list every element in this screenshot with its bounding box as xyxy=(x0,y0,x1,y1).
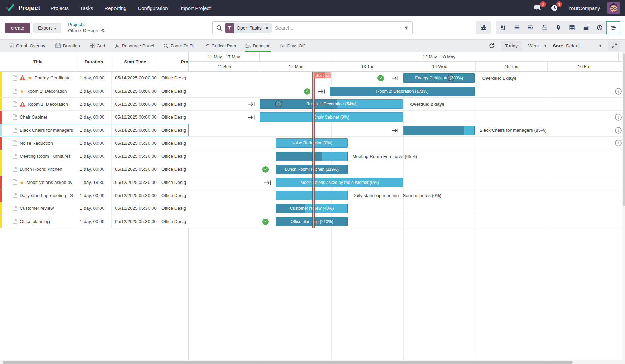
nav-menu-item-tasks[interactable]: Tasks xyxy=(80,5,93,11)
gantt-toolbar-deadline[interactable]: Deadline xyxy=(245,40,270,52)
gantt-bar[interactable]: Modifications asked by the customer (0%) xyxy=(276,178,403,187)
task-title-cell[interactable]: Office planning xyxy=(2,215,76,228)
gantt-toolbar-graph-overlay[interactable]: Graph Overlay xyxy=(9,40,45,52)
today-marker-line xyxy=(312,72,315,228)
view-button-map[interactable] xyxy=(551,21,565,34)
bar-scroll-down-icon[interactable]: ↓ xyxy=(275,100,282,107)
search-input[interactable] xyxy=(272,25,401,31)
task-row-left[interactable]: ★Room 2: Decoration2 day, 00:0005/13/202… xyxy=(0,85,189,98)
calendar-icon xyxy=(55,43,61,49)
task-title-cell[interactable]: ★Modifications asked by xyxy=(2,176,76,189)
scale-select[interactable]: Week▼ xyxy=(528,43,547,48)
star-icon[interactable]: ★ xyxy=(20,89,24,94)
activities-clock-icon[interactable]: 9 xyxy=(550,4,559,12)
task-gantt-cell: Room 2: Decoration (171%)✓↓ xyxy=(189,85,625,98)
task-start-cell: 05/14/2025 00:00:00 xyxy=(112,72,159,85)
view-button-graph[interactable] xyxy=(579,21,593,34)
breadcrumb-parent-link[interactable]: Projects xyxy=(68,22,105,28)
view-button-calendar[interactable] xyxy=(537,21,551,34)
document-icon xyxy=(13,101,17,107)
task-title-cell[interactable]: Chair Cabinet xyxy=(2,111,76,124)
task-row-left[interactable]: Daily stand-up meeting - S1 day, 00:0005… xyxy=(0,189,189,202)
gantt-bar[interactable] xyxy=(403,126,475,135)
sort-value[interactable]: Default xyxy=(566,43,581,48)
nav-menu-item-reporting[interactable]: Reporting xyxy=(104,5,126,11)
column-header-start-time[interactable]: Start Time xyxy=(111,52,159,71)
user-avatar[interactable] xyxy=(607,2,620,14)
task-gantt-cell: Customer review (40%) xyxy=(189,202,625,215)
task-title-cell[interactable]: Noise Reduction xyxy=(2,137,76,150)
today-button[interactable]: Today xyxy=(501,41,522,51)
task-title-cell[interactable]: Black Chairs for managers xyxy=(2,124,76,137)
view-button-gantt[interactable] xyxy=(606,21,620,34)
view-button-kanban[interactable] xyxy=(496,21,510,34)
filter-remove-icon[interactable]: ✕ xyxy=(265,26,272,30)
vertical-scrollbar-thumb[interactable] xyxy=(623,53,625,206)
nav-menu-item-configuration[interactable]: Configuration xyxy=(138,5,168,11)
edge-scroll-down-icon[interactable]: ↓ xyxy=(615,114,622,121)
bar-scroll-down-icon[interactable]: ↓ xyxy=(447,74,454,81)
task-start-cell: 05/12/2025 00:00:00 xyxy=(112,111,159,124)
toolbar-label: Days Off xyxy=(287,43,305,48)
task-row-left[interactable]: Customer review1 day, 00:0005/12/2025 05… xyxy=(0,202,189,215)
gantt-toolbar-duration[interactable]: Duration xyxy=(55,40,80,52)
sliders-icon-button[interactable] xyxy=(476,21,491,34)
create-button[interactable]: create xyxy=(5,23,30,33)
nav-menu-item-import-project[interactable]: Import Project xyxy=(179,5,211,11)
nav-menu-item-projects[interactable]: Projects xyxy=(51,5,69,11)
messages-icon[interactable]: 7 xyxy=(534,4,542,12)
gantt-bar[interactable]: Chair Cabinet (0%) xyxy=(260,112,403,122)
gantt-toolbar-days-off[interactable]: Days Off xyxy=(280,40,305,52)
document-icon xyxy=(13,154,17,159)
task-title-cell[interactable]: Lunch Room: kitchen xyxy=(2,163,76,176)
search-dropdown-caret[interactable]: ▼ xyxy=(401,22,412,34)
view-button-pivot[interactable] xyxy=(565,21,579,34)
company-name[interactable]: YourCompany xyxy=(568,5,600,11)
edge-scroll-down-icon[interactable]: ↓ xyxy=(615,88,622,95)
document-icon xyxy=(13,128,17,133)
export-button[interactable]: Export▼ xyxy=(33,23,61,33)
task-row-left[interactable]: Black Chairs for managers1 day, 00:0005/… xyxy=(0,124,189,137)
column-header-pro[interactable]: Pro xyxy=(159,52,188,71)
column-header-title[interactable]: Title xyxy=(0,52,76,71)
task-title-cell[interactable]: Room 1: Decoration xyxy=(2,98,76,110)
task-row-left[interactable]: Chair Cabinet2 day, 00:0005/12/2025 00:0… xyxy=(0,111,189,124)
gantt-toolbar-critical-path[interactable]: Critical Path xyxy=(204,40,236,52)
view-button-activity[interactable] xyxy=(593,21,606,34)
refresh-icon[interactable] xyxy=(489,43,495,49)
task-title-cell[interactable]: Meeting Room Furnitures xyxy=(2,150,76,163)
edge-scroll-down-icon[interactable]: ↓ xyxy=(615,140,622,146)
task-title-cell[interactable]: ★Room 2: Decoration xyxy=(2,85,76,98)
edge-scroll-down-icon[interactable]: ↓ xyxy=(615,127,622,134)
task-title: Energy Certificate xyxy=(34,75,70,80)
view-button-timeline[interactable] xyxy=(524,21,537,34)
star-icon[interactable]: ★ xyxy=(20,180,24,185)
task-row-left[interactable]: Room 1: Decoration2 day, 00:0005/12/2025… xyxy=(0,98,189,110)
task-row-left[interactable]: ★Energy Certificate1 day, 00:0005/14/202… xyxy=(0,72,189,85)
task-title-cell[interactable]: Daily stand-up meeting - S xyxy=(2,189,76,202)
sort-caret-icon[interactable]: ▼ xyxy=(599,44,602,48)
gantt-toolbar-resource-panel[interactable]: Resource Panel xyxy=(114,40,154,52)
view-button-list[interactable] xyxy=(510,21,524,34)
task-duration-cell: 2 day, 00:00 xyxy=(76,85,112,98)
task-row-left[interactable]: Meeting Room Furnitures1 day, 00:0005/12… xyxy=(0,150,189,163)
horizontal-scrollbar[interactable] xyxy=(0,360,625,364)
gantt-toolbar-grid[interactable]: Grid xyxy=(90,40,105,52)
task-title-cell[interactable]: Customer review xyxy=(2,202,76,215)
task-row-left[interactable]: Office planning1 day, 00:0005/12/2025 05… xyxy=(0,215,189,228)
gantt-toolbar-zoom-to-fit[interactable]: Zoom To Fit xyxy=(163,40,194,52)
task-row-left[interactable]: Lunch Room: kitchen1 day, 00:0005/12/202… xyxy=(0,163,189,176)
filter-chip-open-tasks[interactable]: Open Tasks ✕ xyxy=(225,23,272,33)
main-menu: ProjectsTasksReportingConfigurationImpor… xyxy=(51,5,211,11)
vertical-scrollbar[interactable] xyxy=(622,52,625,360)
task-title-cell[interactable]: ★Energy Certificate xyxy=(2,72,76,85)
column-header-duration[interactable]: Duration xyxy=(76,52,112,71)
gantt-bar[interactable]: Energy Certificate (303%) xyxy=(403,73,475,83)
gantt-bar[interactable]: Room 2: Decoration (171%) xyxy=(330,87,475,96)
star-icon[interactable]: ★ xyxy=(28,75,32,80)
task-row-left[interactable]: ★Modifications asked by1 day, 18:3005/12… xyxy=(0,176,189,189)
horizontal-scrollbar-thumb[interactable] xyxy=(3,361,573,364)
gear-icon[interactable]: ⚙ xyxy=(101,28,105,34)
expand-fullscreen-button[interactable] xyxy=(608,41,620,51)
task-row-left[interactable]: Noise Reduction1 day, 00:0005/12/2025 05… xyxy=(0,137,189,150)
